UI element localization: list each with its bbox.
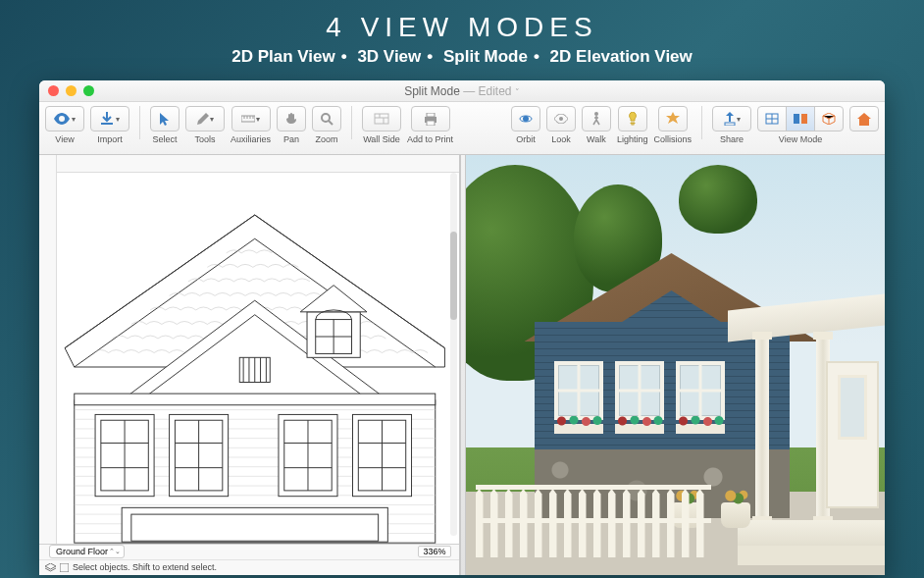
vertical-scrollbar[interactable]: [450, 173, 457, 536]
tools-button[interactable]: ▾: [185, 106, 225, 131]
window-title-edited: — Edited: [463, 84, 511, 98]
window-3d: [554, 361, 603, 420]
hero-subtitle: 2D Plan View• 3D View• Split Mode• 2D El…: [0, 43, 924, 77]
ruler-icon: [241, 114, 255, 124]
canvas-2d[interactable]: [57, 173, 459, 553]
chevron-down-icon: ▾: [72, 115, 76, 124]
share-label: Share: [720, 134, 744, 144]
chevron-down-icon: ▾: [116, 115, 120, 124]
magnifier-icon: [321, 113, 334, 126]
porch-floor: [738, 520, 885, 546]
window-title: Split Mode — Edited ˅: [39, 84, 885, 98]
walk-button[interactable]: [582, 106, 611, 131]
app-window: Split Mode — Edited ˅ ▾ View ▾ Import: [39, 80, 885, 575]
svg-point-9: [594, 112, 598, 116]
view-button[interactable]: ▾: [45, 106, 84, 131]
collision-icon: [666, 112, 680, 126]
svg-point-1: [322, 114, 330, 122]
chevron-down-icon[interactable]: ˅: [515, 87, 520, 97]
pencil-icon: [196, 113, 209, 126]
zoom-label: Zoom: [316, 134, 338, 144]
view-mode-label: View Mode: [779, 134, 822, 144]
3d-icon: [822, 113, 836, 125]
select-label: Select: [152, 134, 177, 144]
statusbar: Ground Floor 336% Select objects. Shift …: [39, 544, 459, 575]
wall-side-button[interactable]: [362, 106, 401, 131]
printer-icon: [424, 113, 437, 126]
planter: [721, 502, 750, 528]
walk-label: Walk: [587, 134, 606, 144]
look-button[interactable]: [546, 106, 576, 131]
svg-point-6: [523, 116, 529, 122]
fence: [476, 479, 711, 557]
arrow-cursor-icon: [159, 112, 171, 126]
import-icon: [100, 112, 114, 126]
lightbulb-icon: [628, 112, 638, 126]
collisions-button[interactable]: [658, 106, 688, 131]
porch: [747, 302, 885, 575]
zoom-value[interactable]: 336%: [418, 546, 450, 557]
mode-label: 2D Plan View: [231, 47, 335, 66]
ruler-vertical[interactable]: [39, 155, 57, 553]
mode-label: 3D View: [357, 47, 421, 66]
wall-icon: [374, 113, 389, 125]
eye-icon: [54, 113, 70, 125]
auxiliaries-button[interactable]: ▾: [231, 106, 271, 131]
lighting-label: Lighting: [617, 134, 648, 144]
view-mode-2d-button[interactable]: [757, 106, 787, 131]
collisions-label: Collisions: [653, 134, 692, 144]
window-3d: [615, 361, 664, 420]
flowerbox: [615, 424, 664, 434]
hero-title: 4 VIEW MODES: [0, 0, 924, 43]
window-3d: [676, 361, 725, 420]
eye-look-icon: [554, 114, 568, 124]
inspector-button[interactable]: [849, 106, 879, 131]
svg-rect-2: [375, 114, 388, 124]
pane-3d[interactable]: [466, 155, 886, 575]
pan-label: Pan: [283, 134, 299, 144]
floor-select[interactable]: Ground Floor: [49, 545, 125, 558]
status-hint-text: Select objects. Shift to extend select.: [73, 562, 217, 572]
inspector-label: [863, 134, 866, 144]
titlebar: Split Mode — Edited ˅: [39, 80, 885, 102]
pan-button[interactable]: [277, 106, 306, 131]
svg-rect-5: [427, 121, 435, 126]
hand-icon: [285, 112, 298, 126]
flowerbox: [554, 424, 603, 434]
window-title-text: Split Mode: [404, 84, 460, 98]
tools-label: Tools: [194, 134, 215, 144]
share-icon: [724, 112, 736, 126]
svg-rect-29: [60, 563, 69, 572]
lighting-button[interactable]: [618, 106, 647, 131]
walk-icon: [591, 112, 601, 126]
flowerbox: [676, 424, 725, 434]
look-label: Look: [551, 134, 571, 144]
mode-label: 2D Elevation View: [550, 47, 693, 66]
orbit-button[interactable]: [511, 106, 540, 131]
svg-rect-15: [75, 394, 436, 405]
zoom-button[interactable]: [312, 106, 341, 131]
chevron-down-icon: ▾: [210, 115, 214, 124]
view-label: View: [55, 134, 74, 144]
chevron-down-icon: ▾: [737, 115, 741, 124]
svg-rect-10: [725, 123, 735, 126]
share-button[interactable]: ▾: [712, 106, 751, 131]
pillar: [755, 332, 769, 524]
mode-label: Split Mode: [443, 47, 528, 66]
ruler-horizontal[interactable]: [57, 155, 459, 173]
pane-2d-elevation[interactable]: Ground Floor 336% Select objects. Shift …: [39, 155, 460, 575]
split-icon: [794, 113, 807, 125]
view-mode-split-button[interactable]: [786, 106, 815, 131]
add-to-print-button[interactable]: [411, 106, 450, 131]
svg-rect-12: [794, 114, 799, 124]
front-door: [826, 361, 879, 508]
import-button[interactable]: ▾: [90, 106, 129, 131]
toolbar: ▾ View ▾ Import Select ▾: [39, 102, 885, 155]
import-label: Import: [97, 134, 123, 144]
floor-bar: Ground Floor 336%: [39, 545, 459, 560]
auxiliaries-label: Auxiliaries: [231, 134, 271, 144]
view-mode-3d-button[interactable]: [814, 106, 844, 131]
layers-icon: [45, 563, 56, 572]
content: Ground Floor 336% Select objects. Shift …: [39, 155, 885, 575]
select-button[interactable]: [150, 106, 180, 131]
